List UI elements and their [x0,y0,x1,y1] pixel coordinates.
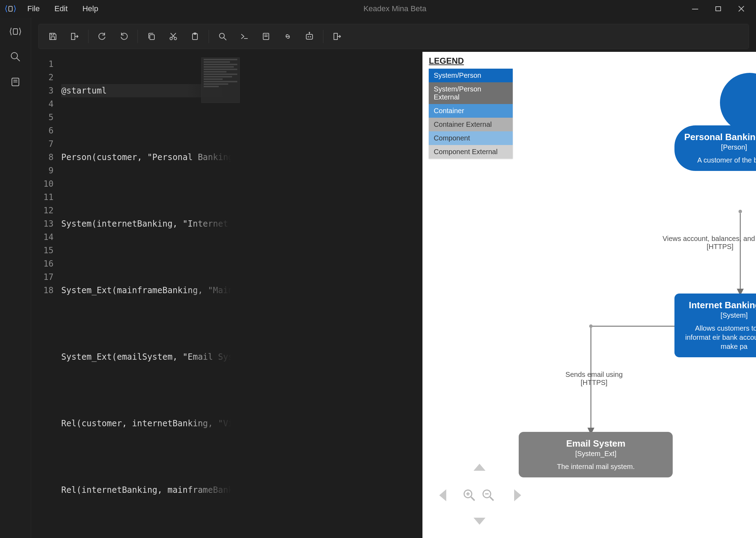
svg-line-20 [224,38,226,40]
line-number: 18 [31,284,54,297]
editor-pane[interactable]: 1 2 3 4 5 6 7 8 9 10 11 12 13 [31,52,243,538]
svg-rect-0 [9,6,12,11]
menu-bar: File Edit Help [21,2,105,15]
line-number: 17 [31,270,54,284]
toolbar-separator [323,30,323,43]
minimize-button[interactable] [685,2,705,16]
redo-button[interactable] [113,28,135,45]
edge-label-sends: Sends email using [HTTPS] [548,371,639,387]
minimap[interactable] [201,57,240,103]
menu-help[interactable]: Help [76,2,104,15]
svg-rect-26 [306,34,313,39]
line-number: 9 [31,164,54,177]
zoom-out-button[interactable] [481,488,495,502]
main-area: 1 2 3 4 5 6 7 8 9 10 11 12 13 [0,18,756,538]
activity-bar [0,18,31,538]
window-title: Keadex Mina Beta [105,4,685,13]
svg-rect-5 [13,29,18,34]
line-number: 16 [31,257,54,270]
line-number: 1 [31,57,54,71]
edge-text: Sends email using [566,371,623,378]
diagram-preview[interactable]: LEGEND System/Person System/Person Exter… [422,52,756,538]
zoom-in-button[interactable] [462,488,476,502]
ai-button[interactable] [299,28,320,45]
diagram-icon[interactable] [9,25,22,38]
window-controls [685,2,755,16]
edge-protocol: [HTTPS] [657,243,756,251]
person-head-icon [720,73,756,132]
terminal-button[interactable] [233,28,255,45]
open-new-button[interactable] [326,28,348,45]
svg-rect-12 [51,33,54,35]
line-gutter: 1 2 3 4 5 6 7 8 9 10 11 12 13 [31,52,59,538]
line-number: 14 [31,230,54,244]
app-root: File Edit Help Keadex Mina Beta [0,0,756,538]
book-icon[interactable] [9,76,22,88]
paste-button[interactable] [184,28,206,45]
link-button[interactable] [277,28,299,45]
pan-left-button[interactable] [436,487,448,503]
find-button[interactable] [212,28,233,45]
node-title: Internet Banking Sys [681,300,756,311]
svg-point-27 [308,36,309,37]
svg-point-35 [589,324,593,328]
toolbar-separator [138,30,138,43]
node-stereotype: [Person] [681,143,756,151]
code-line[interactable]: System(internetBanking, "Internet Bankin… [61,217,243,230]
line-number: 11 [31,191,54,204]
node-person[interactable]: Personal Banking Cust [Person] A custome… [674,125,756,171]
work-area: 1 2 3 4 5 6 7 8 9 10 11 12 13 [31,18,756,538]
toolbar-separator [88,30,89,43]
cut-button[interactable] [162,28,184,45]
svg-rect-14 [150,35,154,40]
editor-toolbar [38,24,749,49]
legend-row: Container [429,104,513,118]
node-description: The internal mail system. [526,462,666,471]
node-description: Allows customers to view informat eir ba… [681,324,756,351]
line-number: 4 [31,97,54,111]
close-button[interactable] [732,2,751,16]
code-line[interactable]: Rel(internetBanking, mainframeBanking, "… [61,483,243,497]
menu-file[interactable]: File [21,2,46,15]
line-number: 7 [31,137,54,151]
line-number: 3 [31,84,54,97]
svg-rect-31 [334,33,337,40]
search-icon[interactable] [9,50,22,63]
edge-protocol: [HTTPS] [548,379,639,387]
copy-button[interactable] [141,28,162,45]
node-email-system[interactable]: Email System [System_Ext] The internal m… [519,432,673,477]
legend-row: Component [429,131,513,145]
pan-down-button[interactable] [471,516,488,527]
code-line[interactable]: System_Ext(emailSystem, "Email System", … [61,350,243,364]
menu-edit[interactable]: Edit [48,2,74,15]
edge-label-views: Views account, balances, and makes [HTTP… [657,235,756,251]
maximize-button[interactable] [708,2,728,16]
code-line[interactable]: System_Ext(mainframeBanking, "Mainframe … [61,284,243,297]
undo-button[interactable] [91,28,113,45]
export-button[interactable] [64,28,85,45]
docs-button[interactable] [255,28,277,45]
code-line[interactable]: Person(customer, "Personal Banking Custo… [61,151,243,164]
edge-text: Views account, balances, and makes [663,235,756,242]
line-number: 5 [31,111,54,124]
svg-line-7 [17,58,20,61]
code-line[interactable]: Rel(customer, internetBanking, "Views ac… [61,417,243,430]
legend-row: System/Person External [429,82,513,104]
line-number: 15 [31,244,54,257]
pan-up-button[interactable] [471,461,488,473]
svg-point-19 [219,33,224,38]
code-area[interactable]: @startuml Person(customer, "Personal Ban… [59,52,243,538]
node-internet-banking[interactable]: Internet Banking Sys [System] Allows cus… [674,294,756,357]
svg-point-28 [310,36,311,37]
svg-point-32 [738,210,742,213]
line-number: 12 [31,204,54,217]
svg-rect-13 [71,33,75,40]
legend-row: Container External [429,118,513,131]
line-number: 13 [31,217,54,230]
svg-line-37 [471,497,475,501]
node-stereotype: [System] [681,311,756,319]
pan-right-button[interactable] [512,487,524,503]
legend-title: LEGEND [429,56,464,66]
node-description: A customer of the bank. [681,156,756,165]
save-button[interactable] [42,28,64,45]
